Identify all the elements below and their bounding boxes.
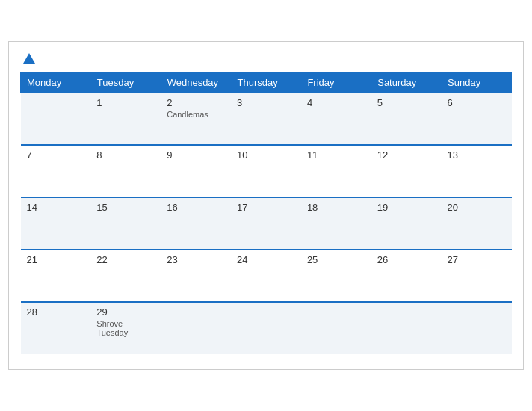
day-number: 2 [167, 97, 225, 108]
calendar-week-row: 78910111213 [21, 145, 512, 197]
calendar-cell: 9 [161, 145, 231, 197]
weekday-header: Wednesday [161, 73, 231, 93]
day-number: 17 [237, 202, 295, 213]
logo [20, 53, 35, 64]
day-number: 19 [377, 202, 436, 213]
calendar-cell: 5 [371, 93, 442, 145]
day-number: 22 [96, 254, 155, 265]
calendar-cell: 21 [21, 250, 91, 302]
day-number: 25 [307, 254, 365, 265]
calendar-cell: 25 [301, 250, 371, 302]
calendar-cell: 2Candlemas [161, 93, 231, 145]
day-number: 28 [27, 306, 85, 318]
calendar-week-row: 2829Shrove Tuesday [21, 302, 512, 354]
calendar-header: MondayTuesdayWednesdayThursdayFridaySatu… [21, 73, 512, 93]
day-number: 29 [96, 306, 155, 318]
day-number: 8 [96, 149, 155, 161]
weekday-header: Thursday [231, 73, 301, 93]
day-number: 23 [167, 254, 225, 265]
day-number: 11 [307, 149, 365, 161]
day-number: 13 [448, 149, 506, 161]
weekday-header: Sunday [442, 73, 512, 93]
day-number: 20 [448, 202, 506, 213]
calendar-cell: 28 [21, 302, 91, 354]
calendar-cell: 18 [301, 197, 371, 250]
calendar-cell: 1 [90, 93, 161, 145]
calendar-cell [21, 93, 91, 145]
calendar-cell: 22 [90, 250, 161, 302]
calendar-cell: 20 [442, 197, 512, 250]
calendar-body: 12Candlemas34567891011121314151617181920… [21, 93, 512, 354]
day-number: 14 [27, 202, 85, 213]
calendar-cell: 3 [231, 93, 301, 145]
calendar-week-row: 12Candlemas3456 [21, 93, 512, 145]
day-number: 4 [307, 97, 365, 108]
day-number: 10 [237, 149, 295, 161]
calendar-week-row: 21222324252627 [21, 250, 512, 302]
weekday-header-row: MondayTuesdayWednesdayThursdayFridaySatu… [21, 73, 512, 93]
logo-triangle-icon [23, 53, 35, 64]
day-number: 5 [377, 97, 436, 108]
calendar-cell: 12 [371, 145, 442, 197]
header [20, 53, 512, 64]
calendar-cell: 14 [21, 197, 91, 250]
calendar-cell: 4 [301, 93, 371, 145]
day-number: 16 [167, 202, 225, 213]
calendar-cell [371, 302, 442, 354]
day-number: 3 [237, 97, 295, 108]
weekday-header: Monday [21, 73, 91, 93]
calendar-cell [231, 302, 301, 354]
day-number: 1 [96, 97, 155, 108]
calendar-cell [442, 302, 512, 354]
calendar-cell: 8 [90, 145, 161, 197]
day-event: Candlemas [167, 110, 225, 119]
day-number: 21 [27, 254, 85, 265]
day-number: 18 [307, 202, 365, 213]
weekday-header: Friday [301, 73, 371, 93]
day-number: 12 [377, 149, 436, 161]
calendar-week-row: 14151617181920 [21, 197, 512, 250]
weekday-header: Tuesday [90, 73, 161, 93]
day-number: 7 [27, 149, 85, 161]
calendar-cell [301, 302, 371, 354]
calendar-cell: 15 [90, 197, 161, 250]
day-number: 26 [377, 254, 436, 265]
calendar-cell: 23 [161, 250, 231, 302]
calendar-container: MondayTuesdayWednesdayThursdayFridaySatu… [8, 41, 524, 370]
calendar-cell: 17 [231, 197, 301, 250]
calendar-cell: 10 [231, 145, 301, 197]
calendar-cell: 16 [161, 197, 231, 250]
day-event: Shrove Tuesday [96, 319, 155, 337]
calendar-cell: 13 [442, 145, 512, 197]
calendar-cell: 27 [442, 250, 512, 302]
day-number: 27 [448, 254, 506, 265]
calendar-cell: 24 [231, 250, 301, 302]
day-number: 15 [96, 202, 155, 213]
logo-blue-text [20, 53, 35, 64]
calendar-table: MondayTuesdayWednesdayThursdayFridaySatu… [20, 72, 512, 354]
calendar-cell: 7 [21, 145, 91, 197]
calendar-cell: 6 [442, 93, 512, 145]
calendar-cell: 29Shrove Tuesday [90, 302, 161, 354]
weekday-header: Saturday [371, 73, 442, 93]
calendar-cell: 26 [371, 250, 442, 302]
day-number: 24 [237, 254, 295, 265]
day-number: 6 [448, 97, 506, 108]
calendar-cell: 19 [371, 197, 442, 250]
calendar-cell: 11 [301, 145, 371, 197]
calendar-cell [161, 302, 231, 354]
day-number: 9 [167, 149, 225, 161]
